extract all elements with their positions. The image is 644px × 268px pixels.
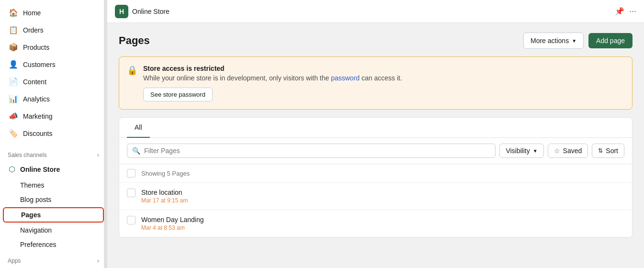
row-date-1: Mar 17 at 9:15 am — [141, 197, 624, 204]
sidebar-item-label: Marketing — [23, 112, 52, 120]
tab-all[interactable]: All — [127, 118, 150, 138]
sidebar: 🏠 Home 📋 Orders 📦 Products 👤 Customers 📄… — [0, 0, 107, 268]
sidebar-sub-item-pages[interactable]: Pages — [3, 207, 104, 223]
sidebar-item-label: Analytics — [23, 95, 50, 103]
sidebar-item-label: Home — [23, 9, 41, 17]
apps-chevron-icon[interactable]: › — [97, 257, 99, 264]
sales-channels-section: Sales channels › — [0, 146, 107, 160]
page-header: Pages More actions ▼ Add page — [119, 33, 633, 49]
discounts-icon: 🏷️ — [9, 129, 18, 138]
sidebar-item-label: Content — [23, 78, 46, 86]
sidebar-item-products[interactable]: 📦 Products — [3, 39, 104, 56]
sidebar-sub-item-themes[interactable]: Themes — [3, 179, 104, 192]
customers-icon: 👤 — [9, 60, 18, 69]
saved-filter-button[interactable]: ☆ Saved — [548, 144, 588, 158]
see-password-button[interactable]: See store password — [143, 88, 213, 101]
tab-all-label: All — [135, 123, 142, 131]
sidebar-item-marketing[interactable]: 📣 Marketing — [3, 108, 104, 124]
row-checkbox-1[interactable] — [127, 189, 136, 197]
table-row[interactable]: Women Day Landing Mar 4 at 8:53 am — [119, 210, 632, 237]
online-store-icon: ⬡ — [9, 165, 15, 174]
sidebar-item-label: Products — [23, 44, 49, 51]
marketing-icon: 📣 — [9, 112, 18, 121]
tabs: All — [119, 118, 632, 138]
sidebar-sub-item-label: Pages — [21, 211, 41, 219]
sidebar-item-customers[interactable]: 👤 Customers — [3, 56, 104, 73]
sidebar-item-analytics[interactable]: 📊 Analytics — [3, 90, 104, 107]
online-store-label: Online Store — [20, 166, 60, 173]
chevron-down-icon: ▼ — [572, 38, 576, 44]
alert-title: Store access is restricted — [143, 65, 624, 72]
filter-bar: 🔍 Visibility ▼ ☆ Saved ⇅ Sort — [119, 138, 632, 164]
orders-icon: 📋 — [9, 25, 18, 34]
sidebar-item-settings[interactable]: ⚙️ Settings — [3, 266, 104, 268]
sort-label: Sort — [606, 147, 618, 155]
sidebar-sub-item-label: Preferences — [20, 241, 56, 248]
visibility-label: Visibility — [506, 147, 530, 155]
star-icon: ☆ — [554, 147, 560, 155]
page-title: Pages — [119, 34, 150, 47]
select-all-checkbox[interactable] — [127, 169, 136, 178]
analytics-icon: 📊 — [9, 94, 18, 103]
search-input[interactable] — [144, 147, 490, 155]
sort-button[interactable]: ⇅ Sort — [592, 144, 624, 158]
topbar-right: 📌 ··· — [615, 6, 636, 16]
main-content: H Online Store 📌 ··· Pages More actions … — [107, 0, 644, 268]
sort-icon: ⇅ — [598, 147, 603, 154]
page-header-actions: More actions ▼ Add page — [523, 33, 633, 49]
sidebar-item-discounts[interactable]: 🏷️ Discounts — [3, 125, 104, 142]
store-name: Online Store — [132, 8, 169, 15]
add-page-button[interactable]: Add page — [588, 33, 633, 48]
more-actions-button[interactable]: More actions ▼ — [523, 33, 584, 49]
row-checkbox-2[interactable] — [127, 216, 136, 224]
alert-password-link[interactable]: password — [331, 74, 360, 82]
sidebar-sub-item-label: Navigation — [20, 226, 52, 234]
showing-label: Showing 5 Pages — [141, 170, 190, 177]
alert-description: While your online store is in developmen… — [143, 74, 624, 82]
more-actions-label: More actions — [531, 37, 569, 45]
visibility-chevron-icon: ▼ — [533, 148, 538, 154]
apps-label: Apps — [8, 257, 21, 264]
sidebar-sub-item-blog-posts[interactable]: Blog posts — [3, 193, 104, 206]
alert-text-before: While your online store is in developmen… — [143, 74, 331, 82]
chevron-right-icon[interactable]: › — [97, 152, 99, 158]
content-icon: 📄 — [9, 77, 18, 86]
search-box: 🔍 — [127, 144, 496, 158]
table-showing-row: Showing 5 Pages — [119, 164, 632, 183]
sidebar-sub-item-navigation[interactable]: Navigation — [3, 223, 104, 237]
home-icon: 🏠 — [9, 8, 18, 17]
saved-label: Saved — [563, 147, 582, 155]
alert-content: Store access is restricted While your on… — [143, 65, 624, 101]
add-page-label: Add page — [596, 37, 625, 45]
alert-text-after: can access it. — [360, 74, 402, 82]
store-logo: H — [115, 5, 128, 18]
row-content-1: Store location Mar 17 at 9:15 am — [141, 189, 624, 204]
pages-card: All 🔍 Visibility ▼ ☆ Saved ⇅ — [119, 117, 633, 238]
sidebar-item-label: Discounts — [23, 130, 52, 137]
lock-icon: 🔒 — [127, 65, 137, 101]
sidebar-item-label: Customers — [23, 61, 56, 68]
products-icon: 📦 — [9, 43, 18, 52]
sidebar-item-orders[interactable]: 📋 Orders — [3, 22, 104, 38]
row-content-2: Women Day Landing Mar 4 at 8:53 am — [141, 216, 624, 231]
sidebar-item-online-store[interactable]: ⬡ Online Store — [3, 161, 104, 178]
more-options-icon[interactable]: ··· — [629, 6, 636, 16]
sidebar-item-label: Orders — [23, 26, 44, 34]
page-content: Pages More actions ▼ Add page 🔒 Store ac… — [107, 23, 644, 268]
sales-channels-label: Sales channels — [8, 152, 46, 158]
row-title-2: Women Day Landing — [141, 216, 624, 223]
visibility-filter-button[interactable]: Visibility ▼ — [499, 144, 543, 158]
table-row[interactable]: Store location Mar 17 at 9:15 am — [119, 183, 632, 210]
scroll-indicator — [104, 0, 107, 268]
see-password-label: See store password — [150, 91, 205, 98]
row-date-2: Mar 4 at 8:53 am — [141, 224, 624, 231]
alert-banner: 🔒 Store access is restricted While your … — [119, 56, 633, 110]
pin-icon[interactable]: 📌 — [615, 7, 624, 16]
search-icon: 🔍 — [132, 147, 140, 155]
sidebar-sub-item-preferences[interactable]: Preferences — [3, 238, 104, 251]
apps-section: Apps › — [0, 252, 107, 266]
row-title-1: Store location — [141, 189, 624, 196]
sidebar-sub-item-label: Themes — [20, 181, 45, 189]
sidebar-item-content[interactable]: 📄 Content — [3, 73, 104, 90]
sidebar-item-home[interactable]: 🏠 Home — [3, 4, 104, 21]
